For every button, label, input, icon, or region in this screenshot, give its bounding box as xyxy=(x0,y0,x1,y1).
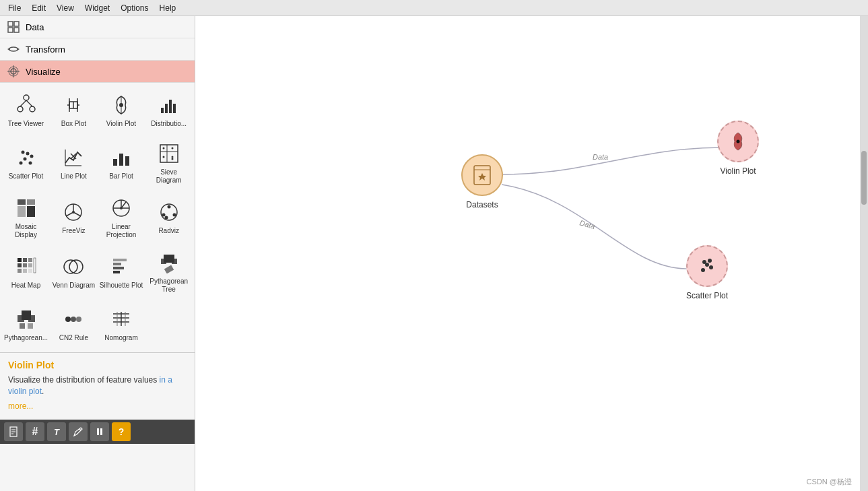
pythagorean3-icon xyxy=(14,307,38,331)
node-datasets[interactable]: Datasets xyxy=(461,154,503,209)
svg-marker-4 xyxy=(18,48,20,51)
widget-venn-diagram[interactable]: Venn Diagram xyxy=(51,246,97,299)
description-text: Visualize the distribution of feature va… xyxy=(8,374,187,397)
svg-point-62 xyxy=(120,207,123,209)
node-scatter-plot[interactable]: Scatter Plot xyxy=(686,245,728,300)
distributions-icon xyxy=(157,93,181,117)
node-violin-plot[interactable]: Violin Plot xyxy=(717,121,759,176)
toolbar-doc-btn[interactable] xyxy=(4,422,23,441)
svg-rect-1 xyxy=(14,22,19,26)
toolbar-pen-btn[interactable] xyxy=(69,422,88,441)
right-scrollbar[interactable] xyxy=(860,16,868,491)
widget-heat-map[interactable]: Heat Map xyxy=(3,246,49,299)
menu-view[interactable]: View xyxy=(51,2,79,14)
svg-point-30 xyxy=(30,154,33,158)
svg-point-12 xyxy=(30,106,35,112)
menubar: File Edit View Widget Options Help xyxy=(0,0,868,16)
widget-sieve-diagram[interactable]: Sieve Diagram xyxy=(145,136,192,189)
violin-plot-icon xyxy=(109,93,133,117)
menu-edit[interactable]: Edit xyxy=(26,2,51,14)
widget-cn2-rule[interactable]: CN2 Rule xyxy=(51,300,97,350)
svg-rect-2 xyxy=(8,28,13,32)
svg-rect-73 xyxy=(28,263,32,267)
left-panel: Data Transform xyxy=(0,16,195,491)
silhouette-plot-icon xyxy=(109,255,133,279)
svg-rect-88 xyxy=(20,323,25,329)
node-violin-plot-label: Violin Plot xyxy=(720,166,756,176)
svg-point-118 xyxy=(709,265,713,269)
menu-file[interactable]: File xyxy=(3,2,26,14)
widget-linear-projection[interactable]: Linear Projection xyxy=(98,191,145,244)
bar-plot-icon xyxy=(109,145,133,170)
heat-map-label: Heat Map xyxy=(11,282,40,290)
right-scrollbar-thumb xyxy=(861,151,867,205)
svg-point-10 xyxy=(24,95,29,100)
svg-rect-74 xyxy=(18,269,22,273)
svg-point-95 xyxy=(76,317,81,322)
svg-line-108 xyxy=(79,429,81,430)
svg-point-28 xyxy=(23,157,26,160)
sieve-diagram-icon xyxy=(157,141,181,166)
canvas-svg: Data Data xyxy=(195,16,860,491)
widget-line-plot[interactable]: Line Plot xyxy=(51,136,97,189)
widget-box-plot[interactable]: Box Plot xyxy=(51,86,97,135)
node-scatter-plot-label: Scatter Plot xyxy=(686,291,728,300)
widget-pythagorean-tree2[interactable]: Pythagorean Tree xyxy=(145,246,192,299)
menu-widget[interactable]: Widget xyxy=(79,2,115,14)
sieve-diagram-label: Sieve Diagram xyxy=(147,168,191,185)
svg-rect-89 xyxy=(28,323,33,329)
svg-rect-23 xyxy=(161,108,164,113)
transform-icon xyxy=(7,42,20,56)
silhouette-plot-label: Silhouette Plot xyxy=(100,282,143,290)
widget-scatter-plot[interactable]: Scatter Plot xyxy=(3,136,49,189)
svg-rect-25 xyxy=(169,100,172,113)
widget-pythagorean3[interactable]: Pythagorean... xyxy=(3,300,49,350)
svg-rect-75 xyxy=(23,269,27,273)
freeviz-icon xyxy=(61,200,86,224)
linear-projection-label: Linear Projection xyxy=(100,223,143,239)
category-transform[interactable]: Transform xyxy=(0,38,195,61)
svg-point-115 xyxy=(737,140,740,143)
svg-point-46 xyxy=(162,156,164,158)
widget-nomogram[interactable]: Nomogram xyxy=(98,300,145,350)
main-layout: Data Transform xyxy=(0,16,868,491)
widget-distributions[interactable]: Distributio... xyxy=(145,86,192,135)
svg-point-44 xyxy=(171,147,173,149)
widget-violin-plot[interactable]: Violin Plot xyxy=(98,86,145,135)
svg-rect-68 xyxy=(18,258,22,262)
menu-options[interactable]: Options xyxy=(115,2,154,14)
toolbar-help-btn[interactable]: ? xyxy=(112,422,131,441)
svg-rect-80 xyxy=(113,271,120,273)
canvas-area[interactable]: Data Data Datasets xyxy=(195,16,860,491)
svg-point-29 xyxy=(26,152,29,155)
widget-radviz[interactable]: Radviz xyxy=(145,191,192,244)
widget-silhouette-plot[interactable]: Silhouette Plot xyxy=(98,246,145,299)
violin-plot-label: Violin Plot xyxy=(106,120,136,128)
description-more-link[interactable]: more... xyxy=(8,401,187,411)
svg-rect-38 xyxy=(119,154,123,166)
svg-rect-81 xyxy=(113,267,124,269)
svg-point-45 xyxy=(171,156,173,158)
svg-point-31 xyxy=(21,150,24,154)
widget-freeviz[interactable]: FreeViz xyxy=(51,191,97,244)
svg-rect-84 xyxy=(164,265,173,273)
menu-help[interactable]: Help xyxy=(154,2,182,14)
category-data[interactable]: Data xyxy=(0,16,195,38)
description-title: Violin Plot xyxy=(8,360,187,370)
cn2-rule-label: CN2 Rule xyxy=(59,334,88,342)
svg-point-22 xyxy=(119,103,123,107)
widget-bar-plot[interactable]: Bar Plot xyxy=(98,136,145,189)
category-visualize-label: Visualize xyxy=(26,67,61,77)
toolbar-hash-btn[interactable]: # xyxy=(26,422,44,441)
svg-rect-83 xyxy=(113,259,127,261)
widget-tree-viewer[interactable]: Tree Viewer xyxy=(3,86,49,135)
toolbar-pause-btn[interactable] xyxy=(90,422,109,441)
svg-rect-82 xyxy=(113,263,121,265)
linear-projection-icon xyxy=(109,196,133,220)
toolbar-text-btn[interactable]: T xyxy=(47,422,66,441)
widget-mosaic-display[interactable]: Mosaic Display xyxy=(3,191,49,244)
watermark: CSDN @杨澄 xyxy=(807,477,852,487)
radviz-label: Radviz xyxy=(158,227,179,235)
svg-point-66 xyxy=(172,213,176,216)
category-visualize[interactable]: Visualize xyxy=(0,61,195,83)
